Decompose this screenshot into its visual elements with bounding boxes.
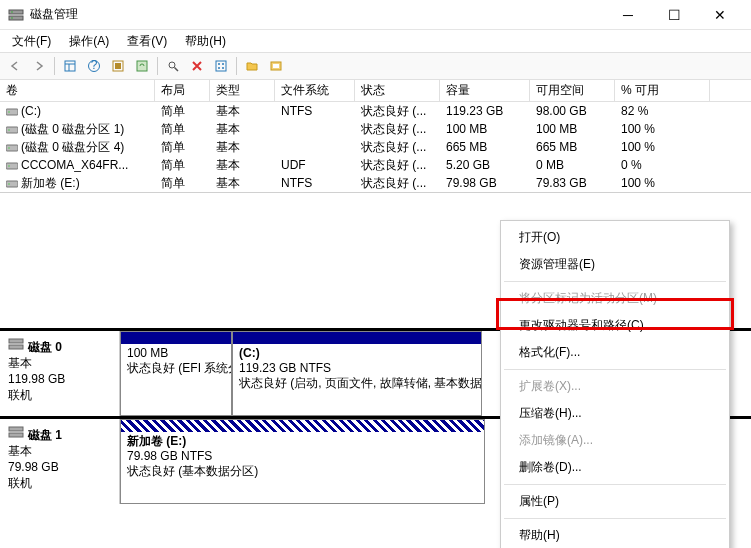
table-row[interactable]: (磁盘 0 磁盘分区 4)简单基本状态良好 (...665 MB665 MB10… xyxy=(0,138,751,156)
svg-rect-4 xyxy=(65,61,75,71)
search-icon[interactable] xyxy=(162,55,184,77)
refresh-icon[interactable] xyxy=(131,55,153,77)
col-layout[interactable]: 布局 xyxy=(155,80,210,101)
vol-pct: 0 % xyxy=(615,158,710,172)
svg-rect-25 xyxy=(6,145,18,151)
svg-point-2 xyxy=(11,11,13,13)
vol-layout: 简单 xyxy=(155,103,210,120)
disk-label[interactable]: 磁盘 0基本119.98 GB联机 xyxy=(0,331,120,416)
cm-delete[interactable]: 删除卷(D)... xyxy=(503,454,727,481)
vol-capacity: 665 MB xyxy=(440,140,530,154)
vol-fs: NTFS xyxy=(275,176,355,190)
vol-layout: 简单 xyxy=(155,157,210,174)
vol-type: 基本 xyxy=(210,139,275,156)
maximize-button[interactable]: ☐ xyxy=(651,0,697,30)
vol-free: 79.83 GB xyxy=(530,176,615,190)
svg-point-24 xyxy=(8,129,10,131)
svg-point-28 xyxy=(8,165,10,167)
svg-rect-1 xyxy=(9,16,23,20)
col-status[interactable]: 状态 xyxy=(355,80,440,101)
partition[interactable]: 100 MB状态良好 (EFI 系统分区) xyxy=(120,331,232,416)
partition-status: 状态良好 (启动, 页面文件, 故障转储, 基本数据分区) xyxy=(239,376,475,391)
vol-layout: 简单 xyxy=(155,175,210,192)
vol-pct: 100 % xyxy=(615,122,710,136)
col-capacity[interactable]: 容量 xyxy=(440,80,530,101)
svg-point-17 xyxy=(218,67,220,69)
col-pct[interactable]: % 可用 xyxy=(615,80,710,101)
cm-properties[interactable]: 属性(P) xyxy=(503,488,727,515)
vol-capacity: 5.20 GB xyxy=(440,158,530,172)
vol-pct: 82 % xyxy=(615,104,710,118)
folder-icon[interactable] xyxy=(241,55,263,77)
vol-type: 基本 xyxy=(210,121,275,138)
disk-label[interactable]: 磁盘 1基本79.98 GB联机 xyxy=(0,419,120,504)
disk-status: 联机 xyxy=(8,387,111,403)
volume-icon xyxy=(6,160,18,170)
col-filesystem[interactable]: 文件系统 xyxy=(275,80,355,101)
svg-rect-10 xyxy=(115,63,121,69)
separator xyxy=(54,57,55,75)
forward-button[interactable] xyxy=(28,55,50,77)
cm-change-letter[interactable]: 更改驱动器号和路径(C)... xyxy=(503,312,727,339)
col-free[interactable]: 可用空间 xyxy=(530,80,615,101)
partition-status: 状态良好 (基本数据分区) xyxy=(127,464,478,479)
vol-type: 基本 xyxy=(210,157,275,174)
vol-status: 状态良好 (... xyxy=(355,157,440,174)
cm-explorer[interactable]: 资源管理器(E) xyxy=(503,251,727,278)
cm-help[interactable]: 帮助(H) xyxy=(503,522,727,548)
table-body: (C:)简单基本NTFS状态良好 (...119.23 GB98.00 GB82… xyxy=(0,102,751,192)
action-icon[interactable] xyxy=(265,55,287,77)
partition-size: 79.98 GB NTFS xyxy=(127,449,478,464)
menu-help[interactable]: 帮助(H) xyxy=(177,31,234,52)
window-title: 磁盘管理 xyxy=(30,6,605,23)
view-list-icon[interactable] xyxy=(59,55,81,77)
delete-icon[interactable] xyxy=(186,55,208,77)
vol-pct: 100 % xyxy=(615,140,710,154)
separator xyxy=(157,57,158,75)
partition-header xyxy=(233,332,481,344)
svg-rect-34 xyxy=(9,433,23,437)
partition-size: 119.23 GB NTFS xyxy=(239,361,475,376)
partition[interactable]: (C:)119.23 GB NTFS状态良好 (启动, 页面文件, 故障转储, … xyxy=(232,331,482,416)
disk-icon xyxy=(8,425,24,439)
vol-fs: NTFS xyxy=(275,104,355,118)
partition-status: 状态良好 (EFI 系统分区) xyxy=(127,361,225,376)
table-row[interactable]: 新加卷 (E:)简单基本NTFS状态良好 (...79.98 GB79.83 G… xyxy=(0,174,751,192)
back-button[interactable] xyxy=(4,55,26,77)
volume-icon xyxy=(6,124,18,134)
col-type[interactable]: 类型 xyxy=(210,80,275,101)
settings-icon[interactable] xyxy=(107,55,129,77)
app-icon xyxy=(8,7,24,23)
disk-size: 119.98 GB xyxy=(8,371,111,387)
vol-status: 状态良好 (... xyxy=(355,175,440,192)
menu-view[interactable]: 查看(V) xyxy=(119,31,175,52)
vol-name: (磁盘 0 磁盘分区 4) xyxy=(21,139,124,156)
volume-table: 卷 布局 类型 文件系统 状态 容量 可用空间 % 可用 (C:)简单基本NTF… xyxy=(0,80,751,193)
vol-free: 0 MB xyxy=(530,158,615,172)
help-icon[interactable]: ? xyxy=(83,55,105,77)
svg-rect-14 xyxy=(216,61,226,71)
menu-file[interactable]: 文件(F) xyxy=(4,31,59,52)
svg-line-13 xyxy=(175,68,179,72)
partition-title: (C:) xyxy=(239,346,475,361)
cm-mark-active: 将分区标记为活动分区(M) xyxy=(503,285,727,312)
table-row[interactable]: CCCOMA_X64FR...简单基本UDF状态良好 (...5.20 GB0 … xyxy=(0,156,751,174)
minimize-button[interactable]: ─ xyxy=(605,0,651,30)
cm-mirror: 添加镜像(A)... xyxy=(503,427,727,454)
properties-icon[interactable] xyxy=(210,55,232,77)
close-button[interactable]: ✕ xyxy=(697,0,743,30)
cm-shrink[interactable]: 压缩卷(H)... xyxy=(503,400,727,427)
svg-point-26 xyxy=(8,147,10,149)
separator xyxy=(504,484,726,485)
cm-format[interactable]: 格式化(F)... xyxy=(503,339,727,366)
table-row[interactable]: (C:)简单基本NTFS状态良好 (...119.23 GB98.00 GB82… xyxy=(0,102,751,120)
vol-free: 100 MB xyxy=(530,122,615,136)
vol-free: 665 MB xyxy=(530,140,615,154)
svg-point-15 xyxy=(218,63,220,65)
menu-action[interactable]: 操作(A) xyxy=(61,31,117,52)
cm-extend: 扩展卷(X)... xyxy=(503,373,727,400)
partition[interactable]: 新加卷 (E:)79.98 GB NTFS状态良好 (基本数据分区) xyxy=(120,419,485,504)
table-row[interactable]: (磁盘 0 磁盘分区 1)简单基本状态良好 (...100 MB100 MB10… xyxy=(0,120,751,138)
cm-open[interactable]: 打开(O) xyxy=(503,224,727,251)
col-volume[interactable]: 卷 xyxy=(0,80,155,101)
